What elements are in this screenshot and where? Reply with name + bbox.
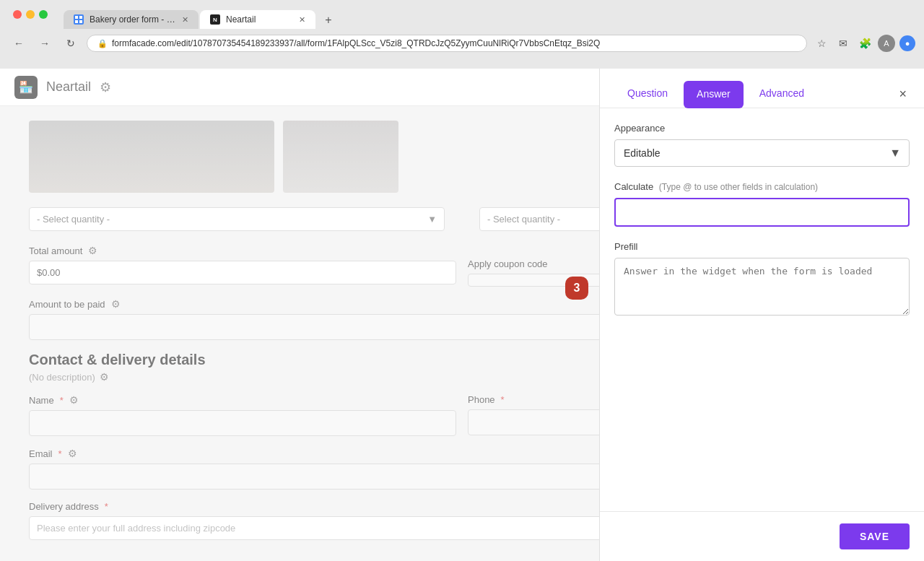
appearance-group: Appearance Editable Read-only Hidden ▼ (614, 123, 910, 167)
browser-tab-0[interactable]: Bakery order form - Google Fo... ✕ (64, 10, 199, 29)
form-image-small (283, 121, 398, 193)
bookmark-icon[interactable]: ☆ (813, 35, 830, 52)
name-label: Name * ⚙ (29, 394, 456, 406)
back-button[interactable]: ← (9, 33, 29, 53)
lock-icon: 🔒 (97, 39, 108, 48)
calculate-label: Calculate (Type @ to use other fields in… (614, 181, 910, 192)
tab-favicon-0 (74, 14, 84, 25)
svg-rect-3 (79, 20, 82, 23)
step-badge: 3 (565, 277, 588, 300)
email-required: * (58, 448, 62, 459)
amount-paid-gear-icon[interactable]: ⚙ (111, 298, 121, 310)
maximize-traffic-light[interactable] (39, 10, 48, 19)
name-input[interactable] (29, 410, 456, 436)
prefill-group: Prefill (614, 241, 910, 318)
email-gear-icon[interactable]: ⚙ (68, 448, 77, 459)
tab-close-1[interactable]: ✕ (299, 15, 305, 25)
extension-icon-2[interactable]: 🧩 (856, 35, 873, 52)
forward-button[interactable]: → (35, 33, 55, 53)
app-logo: 🏪 (14, 76, 38, 99)
calculate-input[interactable] (614, 198, 910, 227)
prefill-textarea[interactable] (614, 258, 910, 316)
tab-label-0: Bakery order form - Google Fo... (90, 14, 176, 25)
quantity-field-1: - Select quantity - ▼ (29, 207, 445, 231)
name-required: * (60, 395, 64, 406)
svg-rect-0 (75, 16, 78, 19)
address-bar-row: ← → ↻ 🔒 formfacade.com/edit/107870735454… (0, 29, 924, 58)
appearance-select[interactable]: Editable Read-only Hidden (614, 139, 910, 167)
browser-tab-1[interactable]: N Neartail ✕ (200, 10, 315, 29)
svg-rect-2 (75, 20, 78, 23)
traffic-lights (6, 4, 55, 19)
total-amount-label: Total amount ⚙ (29, 245, 456, 256)
save-button[interactable]: SAVE (840, 523, 910, 549)
new-tab-button[interactable]: + (320, 12, 337, 29)
tab-question[interactable]: Question (614, 80, 681, 108)
address-text: formfacade.com/edit/10787073545418923393… (112, 38, 600, 48)
calculate-hint: (Type @ to use other fields in calculati… (659, 182, 818, 192)
section-gear-icon[interactable]: ⚙ (100, 371, 109, 383)
calculate-group: Calculate (Type @ to use other fields in… (614, 181, 910, 227)
appearance-select-wrapper: Editable Read-only Hidden ▼ (614, 139, 910, 167)
name-field: Name * ⚙ (29, 394, 456, 436)
app-settings-icon[interactable]: ⚙ (100, 79, 111, 95)
tab-close-0[interactable]: ✕ (182, 15, 188, 25)
total-amount-field: Total amount ⚙ $0.00 (29, 245, 456, 284)
reload-button[interactable]: ↻ (61, 33, 81, 53)
delivery-required: * (105, 501, 108, 512)
close-panel-button[interactable]: × (896, 84, 910, 105)
tab-favicon-1: N (210, 14, 220, 25)
total-amount-input[interactable]: $0.00 (29, 261, 456, 284)
phone-required: * (501, 394, 505, 405)
app-title: Neartail (46, 79, 91, 95)
svg-rect-1 (79, 16, 82, 19)
toolbar-icons: ☆ ✉ 🧩 A ● (813, 35, 915, 52)
tab-advanced[interactable]: Advanced (746, 80, 817, 108)
form-image-large (29, 121, 274, 193)
appearance-label: Appearance (614, 123, 910, 134)
address-bar[interactable]: 🔒 formfacade.com/edit/107870735454189233… (87, 35, 807, 52)
panel-footer: SAVE (600, 511, 924, 561)
chrome-menu-icon[interactable]: ● (899, 35, 915, 51)
tab-label-1: Neartail (226, 14, 256, 25)
minimize-traffic-light[interactable] (26, 10, 35, 19)
extension-icon-1[interactable]: ✉ (834, 35, 852, 52)
prefill-label: Prefill (614, 241, 910, 252)
total-amount-gear-icon[interactable]: ⚙ (88, 245, 97, 256)
close-traffic-light[interactable] (13, 10, 22, 19)
right-panel: Question Answer Advanced × Appearance Ed… (599, 69, 924, 561)
panel-header: Question Answer Advanced × (600, 69, 924, 108)
panel-body: Appearance Editable Read-only Hidden ▼ C… (600, 108, 924, 511)
name-gear-icon[interactable]: ⚙ (69, 394, 79, 406)
quantity-select-1[interactable]: - Select quantity - ▼ (29, 207, 445, 231)
tab-answer[interactable]: Answer (684, 81, 744, 108)
profile-icon[interactable]: A (878, 35, 895, 52)
